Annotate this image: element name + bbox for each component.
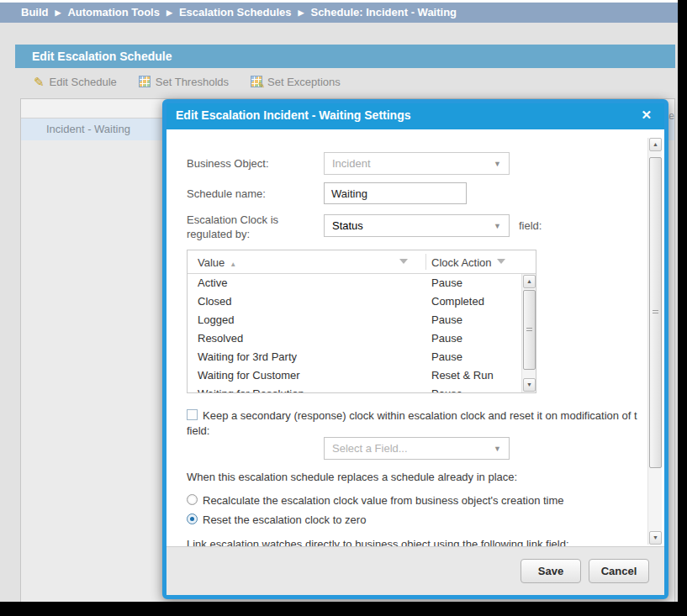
scrollbar-grip [653, 310, 658, 314]
cell-value: Active [198, 276, 227, 289]
sort-ascending-icon: ▲ [230, 261, 236, 268]
scrollbar-grip [526, 328, 532, 332]
breadcrumb-arrow-icon: ▶ [292, 8, 311, 17]
secondary-field-select[interactable]: Select a Field... ▼ [324, 437, 510, 460]
grid-icon [139, 76, 151, 87]
filter-icon[interactable] [497, 259, 505, 264]
field-suffix-label: field: [519, 219, 542, 232]
breadcrumb-arrow-icon: ▶ [160, 8, 179, 17]
column-header-clock-action[interactable]: Clock Action [431, 256, 492, 269]
regulated-by-value: Status [332, 219, 363, 232]
app-viewport: Build▶Automation Tools▶Escalation Schedu… [0, 0, 678, 602]
cell-value: Waiting for Customer [198, 369, 300, 382]
secondary-field-placeholder: Select a Field... [332, 442, 408, 455]
breadcrumb: Build▶Automation Tools▶Escalation Schedu… [0, 3, 678, 23]
edit-schedule-button[interactable]: ✎ Edit Schedule [34, 76, 117, 88]
cell-action: Pause [431, 387, 462, 392]
save-button[interactable]: Save [521, 559, 581, 583]
business-object-select: Incident ▼ [324, 152, 510, 175]
cell-value: Logged [198, 313, 234, 326]
pencil-icon: ✎ [34, 76, 45, 88]
table-scrollbar[interactable]: ▲ ▼ [521, 274, 536, 392]
scroll-down-icon[interactable]: ▼ [523, 378, 536, 392]
cell-action: Completed [431, 295, 484, 308]
cell-value: Waiting for 3rd Party [198, 350, 297, 363]
regulated-by-label-line1: Escalation Clock is [187, 213, 278, 226]
cell-value: Waiting for Resolution [198, 387, 304, 392]
dialog-footer: Save Cancel [166, 546, 664, 595]
table-scrollbar-thumb[interactable] [523, 290, 536, 370]
dialog-content: Business Object: Incident ▼ Schedule nam… [166, 129, 664, 546]
cell-action: Reset & Run [431, 369, 494, 382]
set-thresholds-label: Set Thresholds [156, 76, 229, 88]
dialog-titlebar: Edit Escalation Incident - Waiting Setti… [166, 103, 664, 129]
secondary-clock-checkbox[interactable] [187, 409, 198, 420]
dialog-scrollbar-thumb[interactable] [649, 157, 662, 468]
table-row[interactable]: Waiting for CustomerReset & Run [188, 366, 536, 385]
table-body: ActivePause ClosedCompleted LoggedPause … [188, 274, 536, 392]
cell-action: Pause [431, 350, 462, 363]
close-icon[interactable]: ✕ [641, 108, 652, 123]
chevron-down-icon: ▼ [494, 439, 501, 460]
chevron-down-icon: ▼ [494, 154, 501, 175]
set-exceptions-button[interactable]: ✎ Set Exceptions [251, 76, 341, 88]
regulated-by-select[interactable]: Status ▼ [324, 214, 510, 237]
mini-pencil-icon: ✎ [258, 81, 265, 90]
clock-action-table: Value▲ Clock Action ActivePause ClosedCo… [187, 250, 536, 393]
reset-clock-radio[interactable] [187, 513, 198, 524]
recalculate-clock-radio[interactable] [187, 494, 198, 505]
scroll-down-icon[interactable]: ▼ [649, 531, 662, 545]
breadcrumb-item-escalation-schedules[interactable]: Escalation Schedules [179, 6, 292, 18]
cell-action: Pause [431, 332, 462, 345]
table-row[interactable]: Waiting for 3rd PartyPause [188, 348, 536, 366]
breadcrumb-item-build[interactable]: Build [21, 6, 49, 18]
schedule-name-label: Schedule name: [187, 187, 266, 200]
edit-schedule-label: Edit Schedule [50, 76, 117, 88]
set-exceptions-label: Set Exceptions [267, 76, 341, 88]
grid-edit-icon: ✎ [251, 76, 262, 87]
cell-action: Pause [431, 276, 462, 289]
chevron-down-icon: ▼ [494, 216, 501, 237]
secondary-clock-label-line1: Keep a secondary (response) clock within… [203, 409, 647, 422]
filter-icon[interactable] [399, 259, 408, 264]
table-row[interactable]: ActivePause [188, 274, 536, 292]
dialog-title: Edit Escalation Incident - Waiting Setti… [166, 103, 664, 128]
value-header-label: Value [198, 256, 225, 269]
scroll-up-icon[interactable]: ▲ [523, 275, 536, 288]
schedule-name-input[interactable] [324, 182, 467, 204]
table-header: Value▲ Clock Action [188, 250, 536, 274]
link-escalation-label: Link escalation watches directly to busi… [187, 538, 569, 546]
breadcrumb-arrow-icon: ▶ [49, 8, 68, 17]
table-row[interactable]: ClosedCompleted [188, 292, 536, 311]
set-thresholds-button[interactable]: Set Thresholds [139, 76, 229, 88]
breadcrumb-item-automation-tools[interactable]: Automation Tools [67, 6, 160, 18]
table-row[interactable]: LoggedPause [188, 311, 536, 329]
column-header-value[interactable]: Value▲ [198, 256, 236, 269]
page-title: Edit Escalation Schedule [15, 45, 675, 68]
cell-value: Closed [198, 295, 231, 308]
business-object-label: Business Object: [187, 157, 269, 170]
cell-action: Pause [431, 313, 462, 326]
cancel-button[interactable]: Cancel [589, 559, 649, 583]
secondary-clock-label-line2: field: [187, 424, 209, 437]
reset-clock-label: Reset the escalation clock to zero [203, 513, 366, 526]
edit-escalation-settings-dialog: Edit Escalation Incident - Waiting Setti… [162, 99, 669, 599]
regulated-by-label-line2: regulated by: [187, 228, 250, 240]
table-row[interactable]: ResolvedPause [188, 329, 536, 348]
dialog-scrollbar[interactable]: ▲ ▼ [647, 138, 662, 545]
business-object-value: Incident [332, 157, 371, 170]
scroll-up-icon[interactable]: ▲ [649, 138, 662, 151]
table-row[interactable]: Waiting for ResolutionPause [188, 385, 536, 392]
replace-section-heading: When this escalation schedule replaces a… [187, 471, 517, 483]
breadcrumb-item-schedule[interactable]: Schedule: Incident - Waiting [310, 6, 457, 18]
column-divider [425, 254, 426, 270]
recalculate-clock-label: Recalculate the escalation clock value f… [203, 494, 564, 507]
cell-value: Resolved [198, 332, 243, 345]
toolbar: ✎ Edit Schedule Set Thresholds ✎ Set Exc… [15, 68, 675, 95]
